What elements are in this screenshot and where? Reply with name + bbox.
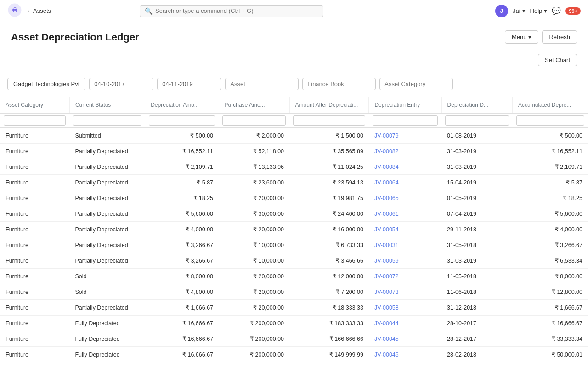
notification-badge[interactable]: 99+: [565, 7, 581, 15]
page-header: Asset Depreciation Ledger Menu ▾ Refresh: [0, 22, 588, 49]
logo: ♾: [7, 3, 22, 19]
cell-4-2: ₹ 18.25: [145, 190, 219, 206]
col-header-0: Asset Category: [0, 97, 69, 113]
cell-8-1: Partially Depreciated: [69, 253, 145, 269]
cell-7-5[interactable]: JV-00031: [369, 237, 441, 253]
cell-13-7: ₹ 33,333.34: [513, 331, 588, 347]
cell-0-6: 01-08-2019: [441, 128, 512, 144]
cell-14-3: ₹ 200,000.00: [219, 347, 289, 362]
cell-4-4: ₹ 19,981.75: [289, 190, 369, 206]
col-header-2: Depreciation Amo...: [145, 97, 219, 113]
cell-4-5[interactable]: JV-00065: [369, 190, 441, 206]
cell-7-1: Partially Depreciated: [69, 237, 145, 253]
cell-14-5[interactable]: JV-00046: [369, 347, 441, 362]
cell-2-6: 31-03-2019: [441, 159, 512, 175]
cell-11-0: Furniture: [0, 300, 69, 316]
search-bar[interactable]: 🔍: [140, 5, 323, 17]
cell-6-5[interactable]: JV-00054: [369, 222, 441, 237]
cell-7-2: ₹ 3,266.67: [145, 237, 219, 253]
col-filter-3[interactable]: [222, 115, 286, 126]
refresh-button[interactable]: Refresh: [542, 30, 577, 44]
cell-1-4: ₹ 35,565.89: [289, 144, 369, 159]
search-icon: 🔍: [145, 7, 153, 15]
help-menu[interactable]: Help ▾: [530, 7, 548, 14]
cell-14-1: Fully Depreciated: [69, 347, 145, 362]
cell-13-5[interactable]: JV-00045: [369, 331, 441, 347]
col-filter-2[interactable]: [149, 115, 215, 126]
col-filter-1[interactable]: [73, 115, 141, 126]
search-input[interactable]: [155, 7, 318, 14]
set-chart-button[interactable]: Set Chart: [538, 54, 577, 66]
cell-5-3: ₹ 30,000.00: [219, 206, 289, 222]
cell-4-1: Partially Depreciated: [69, 190, 145, 206]
col-filter-7[interactable]: [516, 115, 584, 126]
cell-14-6: 28-02-2018: [441, 347, 512, 362]
cell-3-2: ₹ 5.87: [145, 175, 219, 190]
cell-1-3: ₹ 52,118.00: [219, 144, 289, 159]
cell-10-5[interactable]: JV-00073: [369, 284, 441, 300]
company-filter[interactable]: Gadget Technologies Pvt: [7, 78, 85, 90]
cell-2-0: Furniture: [0, 159, 69, 175]
cell-12-1: Fully Depreciated: [69, 316, 145, 331]
cell-3-7: ₹ 5.87: [513, 175, 588, 190]
cell-9-3: ₹ 20,000.00: [219, 269, 289, 284]
cell-6-7: ₹ 4,000.00: [513, 222, 588, 237]
table-row: FurniturePartially Depreciated₹ 5.87₹ 23…: [0, 175, 588, 190]
breadcrumb-current[interactable]: Assets: [33, 7, 51, 14]
breadcrumb: › Assets: [28, 7, 51, 14]
table-row: FurniturePartially Depreciated₹ 4,000.00…: [0, 222, 588, 237]
asset-category-input[interactable]: [379, 78, 453, 90]
avatar: J: [495, 5, 508, 17]
cell-2-5[interactable]: JV-00084: [369, 159, 441, 175]
cell-1-2: ₹ 16,552.11: [145, 144, 219, 159]
cell-12-5[interactable]: JV-00044: [369, 316, 441, 331]
asset-input[interactable]: [225, 78, 299, 90]
table-row: FurnitureSubmitted₹ 500.00₹ 2,000.00₹ 1,…: [0, 128, 588, 144]
to-date-input[interactable]: [157, 78, 221, 90]
cell-15-5[interactable]: JV-00047: [369, 362, 441, 368]
cell-11-1: Partially Depreciated: [69, 300, 145, 316]
cell-6-2: ₹ 4,000.00: [145, 222, 219, 237]
cell-10-1: Sold: [69, 284, 145, 300]
col-filter-0[interactable]: [4, 115, 66, 126]
col-filter-6[interactable]: [445, 115, 509, 126]
cell-7-6: 31-05-2018: [441, 237, 512, 253]
cell-5-0: Furniture: [0, 206, 69, 222]
cell-15-4: ₹ 133,333.32: [289, 362, 369, 368]
table-row: FurnitureFully Depreciated₹ 16,666.67₹ 2…: [0, 316, 588, 331]
cell-4-0: Furniture: [0, 190, 69, 206]
cell-7-0: Furniture: [0, 237, 69, 253]
table-row: FurniturePartially Depreciated₹ 1,666.67…: [0, 300, 588, 316]
cell-2-2: ₹ 2,109.71: [145, 159, 219, 175]
cell-3-5[interactable]: JV-00064: [369, 175, 441, 190]
cell-8-0: Furniture: [0, 253, 69, 269]
cell-2-4: ₹ 11,024.25: [289, 159, 369, 175]
col-filter-4[interactable]: [293, 115, 365, 126]
chat-icon[interactable]: 💬: [552, 6, 561, 15]
cell-5-5[interactable]: JV-00061: [369, 206, 441, 222]
cell-8-5[interactable]: JV-00059: [369, 253, 441, 269]
help-label: Help: [530, 7, 543, 14]
cell-0-5[interactable]: JV-00079: [369, 128, 441, 144]
menu-button[interactable]: Menu ▾: [505, 30, 539, 44]
cell-14-7: ₹ 50,000.01: [513, 347, 588, 362]
company-value: Gadget Technologies Pvt: [13, 80, 79, 87]
table-row: FurniturePartially Depreciated₹ 5,600.00…: [0, 206, 588, 222]
cell-0-2: ₹ 500.00: [145, 128, 219, 144]
table-row: FurniturePartially Depreciated₹ 3,266.67…: [0, 253, 588, 269]
cell-11-5[interactable]: JV-00058: [369, 300, 441, 316]
cell-0-0: Furniture: [0, 128, 69, 144]
chart-section: Set Chart: [0, 49, 588, 71]
cell-9-5[interactable]: JV-00072: [369, 269, 441, 284]
cell-1-5[interactable]: JV-00082: [369, 144, 441, 159]
from-date-input[interactable]: [89, 78, 153, 90]
col-filter-5[interactable]: [373, 115, 438, 126]
col-header-7: Accumulated Depre...: [513, 97, 588, 113]
cell-0-1: Submitted: [69, 128, 145, 144]
user-menu[interactable]: Jai ▾: [513, 7, 526, 14]
page-actions: Menu ▾ Refresh: [505, 30, 577, 44]
finance-book-input[interactable]: [302, 78, 376, 90]
cell-2-7: ₹ 2,109.71: [513, 159, 588, 175]
cell-2-3: ₹ 13,133.96: [219, 159, 289, 175]
cell-8-3: ₹ 10,000.00: [219, 253, 289, 269]
